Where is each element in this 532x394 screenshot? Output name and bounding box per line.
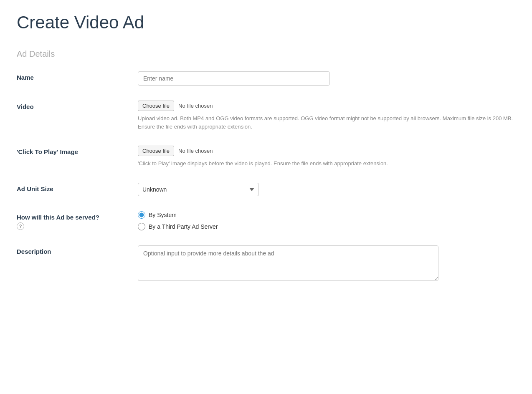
label-click-to-play: 'Click To Play' Image — [17, 146, 138, 155]
field-row-click-to-play: 'Click To Play' Image Choose file No fil… — [17, 146, 515, 168]
page-title: Create Video Ad — [17, 13, 515, 33]
name-input[interactable] — [138, 71, 330, 86]
serve-method-label-text: How will this Ad be served? — [17, 214, 138, 221]
label-serve-method-wrapper: How will this Ad be served? ? — [17, 214, 138, 230]
control-video: Choose file No file chosen Upload video … — [138, 101, 515, 131]
label-serve-method: How will this Ad be served? ? — [17, 211, 138, 230]
radio-by-third-party[interactable] — [138, 223, 145, 230]
video-help-text: Upload video ad. Both MP4 and OGG video … — [138, 114, 514, 131]
field-row-ad-unit-size: Ad Unit Size Unknown 300x250 728x90 160x… — [17, 183, 515, 196]
radio-by-system[interactable] — [138, 211, 145, 219]
serve-method-help-icon[interactable]: ? — [17, 222, 24, 230]
form-section: Ad Details Name Video Choose file No fil… — [17, 49, 515, 282]
field-row-serve-method: How will this Ad be served? ? By System … — [17, 211, 515, 230]
field-row-video: Video Choose file No file chosen Upload … — [17, 101, 515, 131]
description-textarea[interactable] — [138, 245, 438, 281]
label-video: Video — [17, 101, 138, 110]
radio-by-third-party-label: By a Third Party Ad Server — [149, 223, 218, 230]
click-to-play-choose-file-button[interactable]: Choose file — [138, 146, 174, 156]
click-to-play-file-status: No file chosen — [178, 148, 213, 154]
video-choose-file-button[interactable]: Choose file — [138, 101, 174, 111]
field-row-name: Name — [17, 71, 515, 86]
control-click-to-play: Choose file No file chosen 'Click to Pla… — [138, 146, 515, 168]
field-row-description: Description — [17, 245, 515, 282]
radio-option-by-system[interactable]: By System — [138, 211, 515, 219]
click-to-play-help-text: 'Click to Play' image displays before th… — [138, 159, 514, 168]
control-ad-unit-size: Unknown 300x250 728x90 160x600 300x600 9… — [138, 183, 515, 196]
label-name: Name — [17, 71, 138, 81]
section-title-ad-details: Ad Details — [17, 49, 515, 59]
label-ad-unit-size: Ad Unit Size — [17, 183, 138, 192]
serve-method-radio-group: By System By a Third Party Ad Server — [138, 211, 515, 230]
label-description: Description — [17, 245, 138, 255]
control-serve-method: By System By a Third Party Ad Server — [138, 211, 515, 230]
video-file-input-wrapper: Choose file No file chosen — [138, 101, 515, 111]
radio-option-by-third-party[interactable]: By a Third Party Ad Server — [138, 223, 515, 230]
ad-unit-size-select[interactable]: Unknown 300x250 728x90 160x600 300x600 9… — [138, 183, 259, 196]
video-file-status: No file chosen — [178, 103, 213, 109]
click-to-play-file-input-wrapper: Choose file No file chosen — [138, 146, 515, 156]
control-name — [138, 71, 515, 86]
control-description — [138, 245, 515, 282]
radio-by-system-label: By System — [149, 212, 177, 218]
